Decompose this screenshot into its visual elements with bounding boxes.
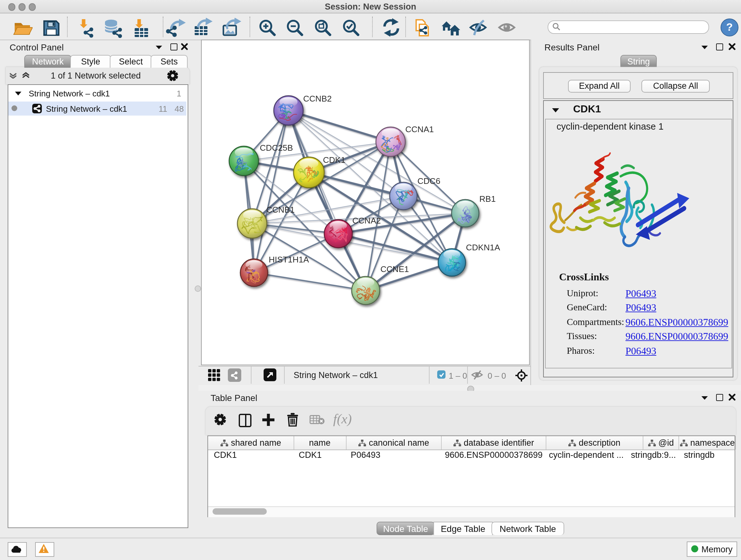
svg-text:RB1: RB1 bbox=[479, 194, 495, 203]
svg-text:CCNA2: CCNA2 bbox=[352, 215, 381, 225]
svg-text:HIST1H1A: HIST1H1A bbox=[269, 254, 309, 264]
svg-text:CDC25B: CDC25B bbox=[260, 143, 293, 152]
svg-text:CDK1: CDK1 bbox=[323, 155, 345, 165]
svg-text:CCNA1: CCNA1 bbox=[405, 124, 434, 134]
svg-text:CCNB1: CCNB1 bbox=[266, 205, 294, 214]
svg-text:CDC6: CDC6 bbox=[417, 176, 441, 186]
svg-text:CCNE1: CCNE1 bbox=[381, 264, 409, 273]
svg-text:CDKN1A: CDKN1A bbox=[466, 242, 500, 252]
svg-text:CCNB2: CCNB2 bbox=[303, 94, 332, 103]
